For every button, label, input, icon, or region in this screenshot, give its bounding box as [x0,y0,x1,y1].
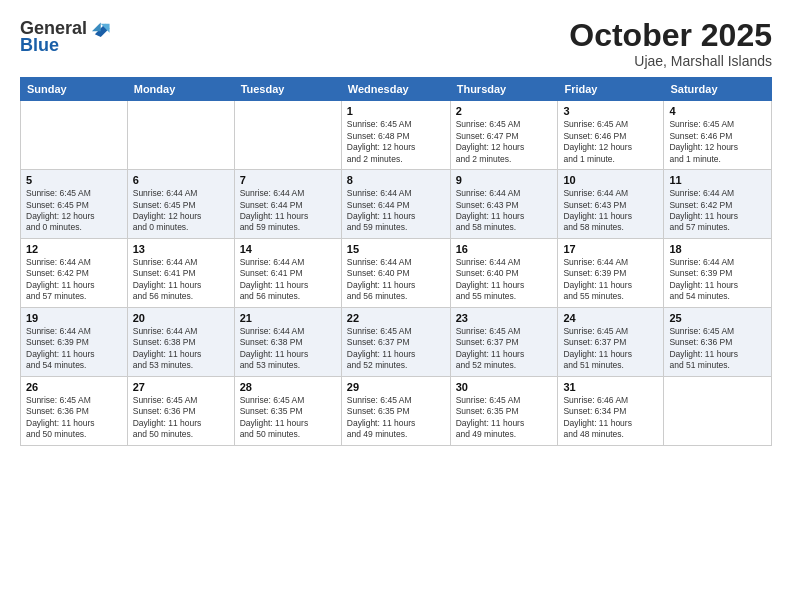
day-number: 2 [456,105,553,117]
day-number: 27 [133,381,229,393]
day-number: 23 [456,312,553,324]
day-number: 25 [669,312,766,324]
calendar-cell: 13Sunrise: 6:44 AM Sunset: 6:41 PM Dayli… [127,238,234,307]
calendar-cell: 31Sunrise: 6:46 AM Sunset: 6:34 PM Dayli… [558,376,664,445]
calendar-cell [21,101,128,170]
day-number: 31 [563,381,658,393]
month-title: October 2025 [569,18,772,53]
calendar-table: Sunday Monday Tuesday Wednesday Thursday… [20,77,772,445]
day-number: 18 [669,243,766,255]
calendar-week-row: 5Sunrise: 6:45 AM Sunset: 6:45 PM Daylig… [21,170,772,239]
calendar-cell: 6Sunrise: 6:44 AM Sunset: 6:45 PM Daylig… [127,170,234,239]
calendar-week-row: 19Sunrise: 6:44 AM Sunset: 6:39 PM Dayli… [21,307,772,376]
calendar-cell: 8Sunrise: 6:44 AM Sunset: 6:44 PM Daylig… [341,170,450,239]
day-info: Sunrise: 6:44 AM Sunset: 6:39 PM Dayligh… [563,257,658,303]
day-info: Sunrise: 6:45 AM Sunset: 6:36 PM Dayligh… [669,326,766,372]
day-number: 28 [240,381,336,393]
col-tuesday: Tuesday [234,78,341,101]
calendar-cell: 16Sunrise: 6:44 AM Sunset: 6:40 PM Dayli… [450,238,558,307]
day-info: Sunrise: 6:44 AM Sunset: 6:42 PM Dayligh… [669,188,766,234]
day-number: 15 [347,243,445,255]
calendar-header-row: Sunday Monday Tuesday Wednesday Thursday… [21,78,772,101]
day-info: Sunrise: 6:44 AM Sunset: 6:38 PM Dayligh… [240,326,336,372]
calendar-cell: 3Sunrise: 6:45 AM Sunset: 6:46 PM Daylig… [558,101,664,170]
calendar-cell: 23Sunrise: 6:45 AM Sunset: 6:37 PM Dayli… [450,307,558,376]
day-info: Sunrise: 6:46 AM Sunset: 6:34 PM Dayligh… [563,395,658,441]
day-info: Sunrise: 6:44 AM Sunset: 6:39 PM Dayligh… [669,257,766,303]
calendar-cell: 19Sunrise: 6:44 AM Sunset: 6:39 PM Dayli… [21,307,128,376]
day-info: Sunrise: 6:45 AM Sunset: 6:35 PM Dayligh… [456,395,553,441]
day-info: Sunrise: 6:44 AM Sunset: 6:43 PM Dayligh… [563,188,658,234]
calendar-cell: 26Sunrise: 6:45 AM Sunset: 6:36 PM Dayli… [21,376,128,445]
calendar-cell: 1Sunrise: 6:45 AM Sunset: 6:48 PM Daylig… [341,101,450,170]
day-number: 26 [26,381,122,393]
day-number: 20 [133,312,229,324]
day-info: Sunrise: 6:45 AM Sunset: 6:46 PM Dayligh… [669,119,766,165]
page: General Blue October 2025 Ujae, Marshall… [0,0,792,612]
calendar-cell: 7Sunrise: 6:44 AM Sunset: 6:44 PM Daylig… [234,170,341,239]
day-info: Sunrise: 6:45 AM Sunset: 6:45 PM Dayligh… [26,188,122,234]
day-info: Sunrise: 6:45 AM Sunset: 6:36 PM Dayligh… [133,395,229,441]
calendar-cell: 17Sunrise: 6:44 AM Sunset: 6:39 PM Dayli… [558,238,664,307]
header: General Blue October 2025 Ujae, Marshall… [20,18,772,69]
day-info: Sunrise: 6:45 AM Sunset: 6:36 PM Dayligh… [26,395,122,441]
day-info: Sunrise: 6:44 AM Sunset: 6:39 PM Dayligh… [26,326,122,372]
calendar-cell: 25Sunrise: 6:45 AM Sunset: 6:36 PM Dayli… [664,307,772,376]
calendar-week-row: 1Sunrise: 6:45 AM Sunset: 6:48 PM Daylig… [21,101,772,170]
logo: General Blue [20,18,111,56]
day-info: Sunrise: 6:44 AM Sunset: 6:40 PM Dayligh… [347,257,445,303]
title-block: October 2025 Ujae, Marshall Islands [569,18,772,69]
day-info: Sunrise: 6:44 AM Sunset: 6:44 PM Dayligh… [240,188,336,234]
day-number: 14 [240,243,336,255]
calendar-cell: 18Sunrise: 6:44 AM Sunset: 6:39 PM Dayli… [664,238,772,307]
day-number: 10 [563,174,658,186]
calendar-cell: 15Sunrise: 6:44 AM Sunset: 6:40 PM Dayli… [341,238,450,307]
logo-blue: Blue [20,36,59,56]
logo-icon [89,18,111,40]
calendar-cell: 28Sunrise: 6:45 AM Sunset: 6:35 PM Dayli… [234,376,341,445]
calendar-cell: 12Sunrise: 6:44 AM Sunset: 6:42 PM Dayli… [21,238,128,307]
day-number: 19 [26,312,122,324]
calendar-week-row: 26Sunrise: 6:45 AM Sunset: 6:36 PM Dayli… [21,376,772,445]
day-number: 8 [347,174,445,186]
day-info: Sunrise: 6:44 AM Sunset: 6:45 PM Dayligh… [133,188,229,234]
day-number: 4 [669,105,766,117]
calendar-cell: 22Sunrise: 6:45 AM Sunset: 6:37 PM Dayli… [341,307,450,376]
day-number: 6 [133,174,229,186]
day-number: 12 [26,243,122,255]
calendar-cell: 14Sunrise: 6:44 AM Sunset: 6:41 PM Dayli… [234,238,341,307]
day-info: Sunrise: 6:44 AM Sunset: 6:40 PM Dayligh… [456,257,553,303]
calendar-cell [127,101,234,170]
day-number: 29 [347,381,445,393]
calendar-cell: 29Sunrise: 6:45 AM Sunset: 6:35 PM Dayli… [341,376,450,445]
day-number: 21 [240,312,336,324]
day-info: Sunrise: 6:45 AM Sunset: 6:37 PM Dayligh… [563,326,658,372]
calendar-cell: 11Sunrise: 6:44 AM Sunset: 6:42 PM Dayli… [664,170,772,239]
calendar-cell [234,101,341,170]
calendar-cell: 5Sunrise: 6:45 AM Sunset: 6:45 PM Daylig… [21,170,128,239]
calendar-cell [664,376,772,445]
day-info: Sunrise: 6:44 AM Sunset: 6:41 PM Dayligh… [240,257,336,303]
day-info: Sunrise: 6:45 AM Sunset: 6:48 PM Dayligh… [347,119,445,165]
day-info: Sunrise: 6:44 AM Sunset: 6:38 PM Dayligh… [133,326,229,372]
calendar-cell: 10Sunrise: 6:44 AM Sunset: 6:43 PM Dayli… [558,170,664,239]
day-number: 17 [563,243,658,255]
calendar-cell: 30Sunrise: 6:45 AM Sunset: 6:35 PM Dayli… [450,376,558,445]
day-number: 30 [456,381,553,393]
col-saturday: Saturday [664,78,772,101]
calendar-cell: 4Sunrise: 6:45 AM Sunset: 6:46 PM Daylig… [664,101,772,170]
day-number: 13 [133,243,229,255]
day-info: Sunrise: 6:45 AM Sunset: 6:46 PM Dayligh… [563,119,658,165]
day-info: Sunrise: 6:45 AM Sunset: 6:47 PM Dayligh… [456,119,553,165]
day-info: Sunrise: 6:44 AM Sunset: 6:42 PM Dayligh… [26,257,122,303]
calendar-cell: 2Sunrise: 6:45 AM Sunset: 6:47 PM Daylig… [450,101,558,170]
day-info: Sunrise: 6:45 AM Sunset: 6:35 PM Dayligh… [347,395,445,441]
day-info: Sunrise: 6:44 AM Sunset: 6:44 PM Dayligh… [347,188,445,234]
calendar-cell: 9Sunrise: 6:44 AM Sunset: 6:43 PM Daylig… [450,170,558,239]
calendar-cell: 21Sunrise: 6:44 AM Sunset: 6:38 PM Dayli… [234,307,341,376]
day-info: Sunrise: 6:44 AM Sunset: 6:41 PM Dayligh… [133,257,229,303]
day-number: 24 [563,312,658,324]
location: Ujae, Marshall Islands [569,53,772,69]
day-info: Sunrise: 6:45 AM Sunset: 6:37 PM Dayligh… [347,326,445,372]
col-sunday: Sunday [21,78,128,101]
